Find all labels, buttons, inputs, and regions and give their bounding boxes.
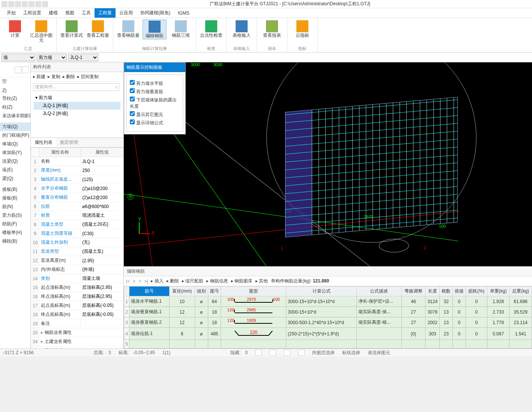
col-header[interactable]: 搭接 xyxy=(453,287,466,296)
rebar-row[interactable]: 1墙身水平钢筋.110⌀6410029701003000-15+10*d-15+… xyxy=(124,296,532,307)
menu-4[interactable]: 工具 xyxy=(78,8,95,18)
prop-value[interactable]: (125) xyxy=(81,175,123,184)
col-header[interactable]: 公式描述 xyxy=(356,287,401,296)
nav-item[interactable]: 垛(E) xyxy=(0,166,30,174)
comp-tool-层间复制[interactable]: ▸ 层间复制 xyxy=(77,74,99,80)
col-header[interactable]: 总重(kg) xyxy=(509,287,532,296)
nav-item[interactable]: 接板(B) xyxy=(0,194,30,202)
nav-item[interactable]: 束边缘非阴影区 xyxy=(0,112,30,120)
prop-value[interactable]: 层顶标高(2.95) xyxy=(81,292,123,301)
menu-2[interactable]: 建模 xyxy=(45,8,62,18)
tab-layer-mgmt[interactable]: 图层管理 xyxy=(56,138,82,147)
rebar-row[interactable]: 4墙身拉筋.16⌀485220(250-2*15)+2*(5*d+1.9*d)(… xyxy=(124,328,532,340)
nav-item[interactable]: 受力筋(S) xyxy=(0,211,30,220)
prop-value[interactable]: (2)⌀12@200 xyxy=(81,193,123,202)
view-grid-icon[interactable] xyxy=(22,66,29,73)
ribbon-云指标[interactable]: 云指标 xyxy=(290,20,314,39)
selector[interactable]: 墙 xyxy=(2,54,35,61)
prop-value[interactable]: JLQ-1 xyxy=(81,157,123,166)
prop-value[interactable]: (2.95) xyxy=(81,256,123,265)
ribbon-表格输入[interactable]: 表格输入 xyxy=(230,20,254,39)
qat-icon[interactable] xyxy=(8,1,14,7)
rebar-row[interactable]: 5 xyxy=(124,340,532,349)
menu-6[interactable]: 云应用 xyxy=(116,8,137,18)
col-header[interactable]: 级别 xyxy=(195,287,208,296)
edit-tool-缩尺配筋[interactable]: ▸ 缩尺配筋 xyxy=(182,278,203,284)
nav-item[interactable]: 楼板带(H) xyxy=(0,228,30,237)
ribbon-查看钢筋量[interactable]: 查看钢筋量 xyxy=(116,20,140,39)
status-btn[interactable] xyxy=(255,350,262,356)
nav-item[interactable]: 筋(N) xyxy=(0,202,30,211)
qat-icon[interactable] xyxy=(42,1,48,7)
prop-expander[interactable]: 钢筋业务属性 xyxy=(39,328,123,337)
tree-root[interactable]: ▾ 剪力墙 xyxy=(34,94,120,102)
edit-tool-钢筋图库[interactable]: ▸ 钢筋图库 xyxy=(231,278,252,284)
nav-item[interactable]: 柱(Z) xyxy=(0,103,30,112)
nav-next-icon[interactable]: > xyxy=(138,279,141,284)
col-header[interactable]: 单重(kg) xyxy=(487,287,509,296)
prop-expander[interactable]: 土建业务属性 xyxy=(39,337,123,346)
nav-item[interactable]: 连梁(Q) xyxy=(0,157,30,166)
prop-value[interactable]: (2)⌀10@200 xyxy=(81,184,123,193)
col-header[interactable]: 损耗(%) xyxy=(466,287,487,296)
ribbon-查看报表[interactable]: 查看报表 xyxy=(260,20,284,39)
nav-item[interactable]: 导柱(Z) xyxy=(0,94,30,103)
ribbon-编辑钢筋[interactable]: 编辑钢筋 xyxy=(143,20,167,39)
col-header[interactable]: 长度 xyxy=(425,287,440,296)
ctrl-option[interactable]: 剪力墙垂直筋 xyxy=(130,88,180,95)
prop-value[interactable]: 层底标高(-0.05) xyxy=(81,310,123,319)
col-header[interactable]: 计算公式 xyxy=(286,287,357,296)
nav-item[interactable]: 体加筋(Y) xyxy=(0,148,30,157)
prop-value[interactable]: (无) xyxy=(81,238,123,247)
qat-icon[interactable] xyxy=(22,1,28,7)
col-header[interactable]: 筋号 xyxy=(129,287,170,296)
nav-prev-icon[interactable]: < xyxy=(133,279,135,284)
search-input[interactable]: 搜索构件... xyxy=(33,83,119,91)
menu-5[interactable]: 工程量 xyxy=(95,8,116,18)
prop-value[interactable]: 现浇混凝土 xyxy=(81,211,123,220)
nav-item[interactable]: 梯段(B) xyxy=(0,237,30,246)
qat-icon[interactable] xyxy=(29,1,35,7)
menu-0[interactable]: 开始 xyxy=(3,8,20,18)
nav-item[interactable]: Z) xyxy=(0,87,30,94)
3d-viewport[interactable]: 钢筋显示控制面板 剪力墙水平筋剪力墙垂直筋下层墙体纵筋的露出长度显示其它图元显示… xyxy=(124,62,532,266)
selector[interactable]: 剪力墙 xyxy=(37,54,67,61)
selector[interactable]: JLQ-1 xyxy=(68,54,98,61)
prop-value[interactable]: 250 xyxy=(81,166,123,175)
tree-item[interactable]: JLQ-1 [外墙] xyxy=(34,102,120,110)
nav-item[interactable]: 梁(Q) xyxy=(0,174,30,183)
comp-tool-复制[interactable]: ▸ 复制 xyxy=(48,74,60,80)
menu-7[interactable]: 协同建模(限免) xyxy=(137,8,174,18)
ctrl-option[interactable]: 剪力墙水平筋 xyxy=(130,80,180,87)
prop-value[interactable]: 混凝土墙 xyxy=(81,274,123,283)
col-header[interactable]: 根数 xyxy=(440,287,453,296)
col-header[interactable]: 弯曲调整 xyxy=(401,287,425,296)
nav-item[interactable]: 力墙(Q) xyxy=(0,122,30,131)
qat-icon[interactable] xyxy=(35,1,41,7)
rebar-row[interactable]: 3墙身垂直钢筋.212⌀1812019093000-500-1.2*40*d-1… xyxy=(124,317,532,328)
edit-tool-钢筋信息[interactable]: ▸ 钢筋信息 xyxy=(206,278,228,284)
qat-icon[interactable] xyxy=(2,1,8,7)
menu-8[interactable]: IGMS xyxy=(174,9,193,17)
comp-tool-新建[interactable]: ▸ 新建 xyxy=(33,74,45,80)
edit-tool-其他[interactable]: ▸ 其他 xyxy=(255,278,268,284)
nav-last-icon[interactable]: >| xyxy=(144,279,148,284)
prop-expander[interactable]: 显示样式 xyxy=(39,346,123,349)
prop-value[interactable]: (混凝土泵) xyxy=(81,247,123,256)
col-header[interactable]: 直径(mm) xyxy=(169,287,195,296)
edit-tool-删除[interactable]: ▸ 删除 xyxy=(167,278,179,284)
qat-icon[interactable] xyxy=(15,1,21,7)
nav-first-icon[interactable]: |< xyxy=(126,279,130,284)
col-header[interactable]: 图形 xyxy=(221,287,286,296)
ctrl-option[interactable]: 显示详细公式 xyxy=(130,119,180,126)
comp-tool-删除[interactable]: ▸ 删除 xyxy=(63,74,75,80)
prop-value[interactable]: 层底标高(-0.05) xyxy=(81,301,123,310)
tab-property-list[interactable]: 属性列表 xyxy=(31,138,56,147)
status-btn[interactable] xyxy=(284,350,290,356)
tree-item[interactable]: JLQ-2 [外墙] xyxy=(34,110,120,118)
ribbon-合法性检查[interactable]: 合法性检查 xyxy=(199,20,223,39)
ribbon-计算[interactable]: 计算 xyxy=(3,20,27,44)
status-btn[interactable] xyxy=(298,350,305,356)
prop-value[interactable]: 层顶标高(2.95) xyxy=(81,283,123,292)
prop-value[interactable]: (混凝土20石) xyxy=(81,220,123,229)
